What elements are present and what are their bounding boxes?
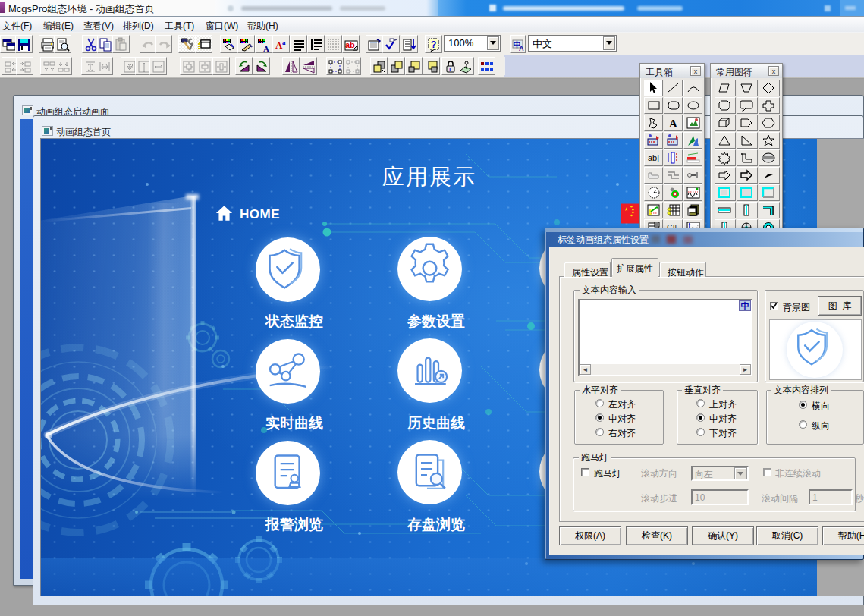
- svg-text:A: A: [519, 45, 524, 52]
- svg-text:?: ?: [431, 39, 436, 50]
- svg-text:A: A: [263, 44, 269, 52]
- svg-text:ab: ab: [345, 40, 355, 49]
- svg-text:A: A: [669, 118, 677, 130]
- svg-text:a: a: [282, 39, 286, 46]
- svg-text:T: T: [448, 67, 452, 72]
- svg-text:ab|: ab|: [648, 153, 659, 162]
